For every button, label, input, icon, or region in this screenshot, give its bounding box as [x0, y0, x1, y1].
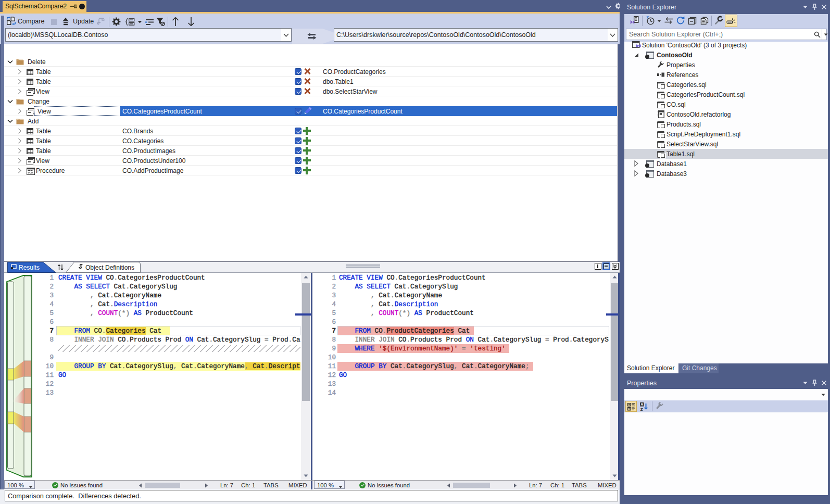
svg-text:Results: Results — [19, 264, 40, 271]
svg-text:Z: Z — [640, 407, 643, 411]
svg-text:A: A — [640, 402, 643, 406]
svg-text:Object Definitions: Object Definitions — [85, 264, 134, 271]
